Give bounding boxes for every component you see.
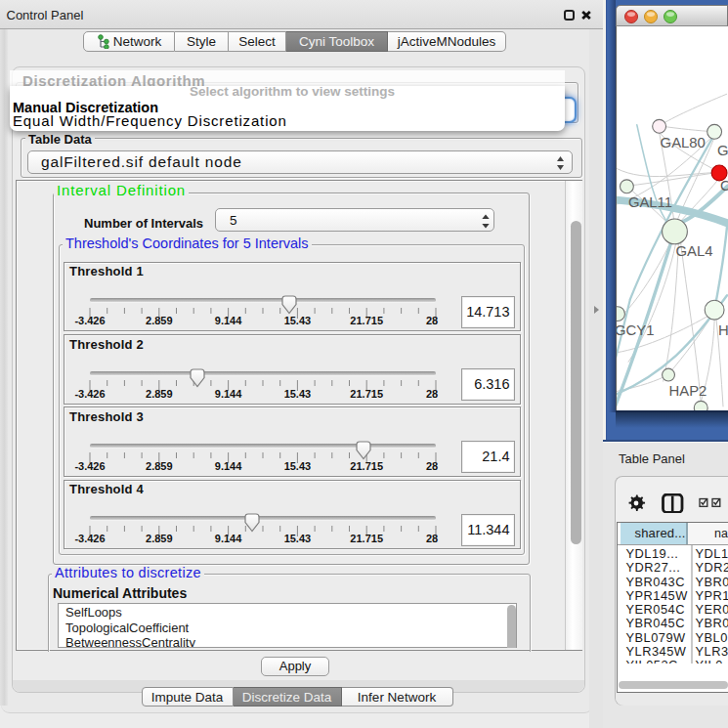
- svg-text:GA: GA: [717, 143, 728, 158]
- svg-text:H: H: [718, 322, 728, 338]
- svg-text:GAL11: GAL11: [628, 194, 672, 210]
- svg-text:HAP2: HAP2: [669, 383, 707, 399]
- svg-text:GAL4: GAL4: [675, 243, 712, 259]
- svg-text:GAL80: GAL80: [661, 135, 706, 150]
- svg-text:GCY1: GCY1: [616, 322, 654, 338]
- svg-text:C: C: [720, 178, 728, 193]
